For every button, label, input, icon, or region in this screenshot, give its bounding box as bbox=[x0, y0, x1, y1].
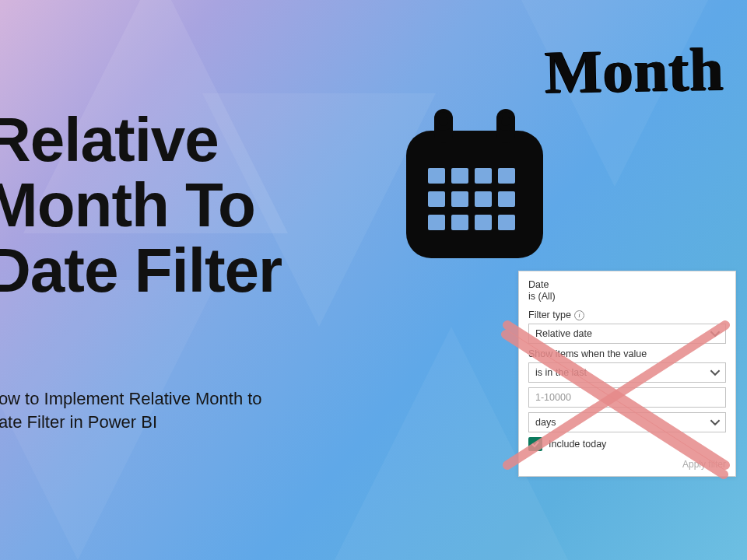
checkbox-checked-icon[interactable] bbox=[528, 437, 542, 451]
operator-select[interactable]: is in the last bbox=[528, 362, 726, 383]
info-icon[interactable]: i bbox=[574, 310, 584, 320]
apply-filter-link[interactable]: Apply filter bbox=[528, 459, 726, 470]
unit-value: days bbox=[535, 417, 556, 428]
slide-stage: Relative Month To Date Filter How to Imp… bbox=[0, 0, 747, 560]
title-line: Date Filter bbox=[0, 238, 282, 303]
svg-rect-12 bbox=[475, 168, 492, 184]
chevron-down-icon bbox=[710, 417, 721, 428]
svg-rect-16 bbox=[475, 191, 492, 207]
unit-select[interactable]: days bbox=[528, 412, 726, 432]
filter-type-label: Filter type i bbox=[528, 310, 726, 320]
count-placeholder: 1-10000 bbox=[535, 392, 571, 403]
filter-type-label-text: Filter type bbox=[528, 310, 571, 320]
filter-type-select[interactable]: Relative date bbox=[528, 324, 726, 344]
subtitle-line: Date Filter in Power BI bbox=[0, 411, 262, 434]
count-input[interactable]: 1-10000 bbox=[528, 387, 726, 408]
svg-rect-19 bbox=[451, 215, 468, 230]
svg-rect-15 bbox=[451, 191, 468, 207]
month-label: Month bbox=[544, 34, 724, 107]
calendar-icon bbox=[397, 103, 552, 266]
svg-rect-10 bbox=[428, 168, 445, 184]
title-line: Month To bbox=[0, 173, 282, 238]
include-today-row[interactable]: Include today bbox=[528, 437, 726, 451]
page-title: Relative Month To Date Filter bbox=[0, 107, 282, 303]
svg-rect-21 bbox=[498, 215, 515, 230]
filter-type-value: Relative date bbox=[535, 328, 592, 339]
filter-field-name: Date bbox=[528, 279, 726, 290]
include-today-label: Include today bbox=[549, 439, 606, 450]
condition-label: Show items when the value bbox=[528, 348, 726, 359]
svg-rect-11 bbox=[451, 168, 468, 184]
filter-field-summary: is (All) bbox=[528, 291, 726, 302]
svg-rect-14 bbox=[428, 191, 445, 207]
filter-pane: Date is (All) Filter type i Relative dat… bbox=[518, 271, 736, 477]
page-subtitle: How to Implement Relative Month to Date … bbox=[0, 387, 262, 433]
chevron-down-icon bbox=[710, 367, 721, 378]
svg-rect-20 bbox=[475, 215, 492, 230]
svg-rect-18 bbox=[428, 215, 445, 230]
svg-rect-13 bbox=[498, 168, 515, 184]
svg-rect-17 bbox=[498, 191, 515, 207]
subtitle-line: How to Implement Relative Month to bbox=[0, 387, 262, 411]
chevron-down-icon bbox=[710, 328, 721, 339]
title-line: Relative bbox=[0, 107, 282, 173]
operator-value: is in the last bbox=[535, 367, 587, 378]
